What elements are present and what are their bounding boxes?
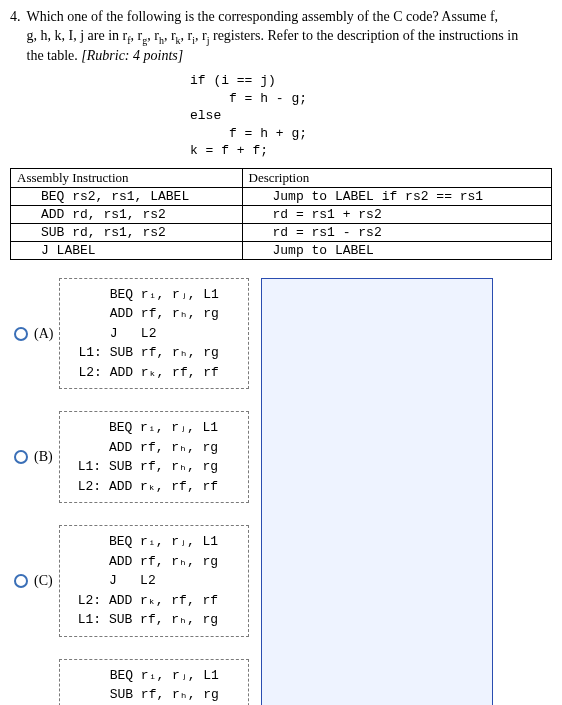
asm-box-c: BEQ rᵢ, rⱼ, L1 ADD rf, rₕ, rg J L2 L2: A… bbox=[59, 525, 249, 637]
choices-area: (A) BEQ rᵢ, rⱼ, L1 ADD rf, rₕ, rg J L2 L… bbox=[14, 278, 552, 705]
question-number: 4. bbox=[10, 8, 21, 66]
table-row: J LABEL Jump to LABEL bbox=[11, 241, 552, 259]
choice-label-c: (C) bbox=[34, 573, 53, 589]
choices-column: (A) BEQ rᵢ, rⱼ, L1 ADD rf, rₕ, rg J L2 L… bbox=[14, 278, 249, 705]
rubric: [Rubric: 4 points] bbox=[81, 48, 183, 63]
asm-box-a: BEQ rᵢ, rⱼ, L1 ADD rf, rₕ, rg J L2 L1: S… bbox=[59, 278, 249, 390]
question-line3: the table. bbox=[27, 48, 82, 63]
radio-icon[interactable] bbox=[14, 450, 28, 464]
radio-icon[interactable] bbox=[14, 327, 28, 341]
table-header-instruction: Assembly Instruction bbox=[11, 168, 243, 187]
table-row: SUB rd, rs1, rs2 rd = rs1 - rs2 bbox=[11, 223, 552, 241]
choice-label-b: (B) bbox=[34, 449, 53, 465]
table-header-description: Description bbox=[242, 168, 552, 187]
asm-box-d: BEQ rᵢ, rⱼ, L1 SUB rf, rₕ, rg J L2 L1: A… bbox=[59, 659, 249, 705]
asm-box-b: BEQ rᵢ, rⱼ, L1 ADD rf, rₕ, rg L1: SUB rf… bbox=[59, 411, 249, 503]
answer-box-region bbox=[261, 278, 493, 705]
c-code-block: if (i == j) f = h - g; else f = h + g; k… bbox=[190, 72, 552, 160]
choice-c[interactable]: (C) BEQ rᵢ, rⱼ, L1 ADD rf, rₕ, rg J L2 L… bbox=[14, 525, 249, 637]
question-line2: g, h, k, I, j are in rf, rg, rh, rk, ri,… bbox=[27, 28, 519, 43]
instruction-table: Assembly Instruction Description BEQ rs2… bbox=[10, 168, 552, 260]
table-row: BEQ rs2, rs1, LABEL Jump to LABEL if rs2… bbox=[11, 187, 552, 205]
question-line1: Which one of the following is the corres… bbox=[27, 9, 499, 24]
radio-icon[interactable] bbox=[14, 574, 28, 588]
choice-a[interactable]: (A) BEQ rᵢ, rⱼ, L1 ADD rf, rₕ, rg J L2 L… bbox=[14, 278, 249, 390]
choice-label-a: (A) bbox=[34, 326, 53, 342]
choice-b[interactable]: (B) BEQ rᵢ, rⱼ, L1 ADD rf, rₕ, rg L1: SU… bbox=[14, 411, 249, 503]
question-text: Which one of the following is the corres… bbox=[27, 8, 553, 66]
question: 4. Which one of the following is the cor… bbox=[10, 8, 552, 66]
table-row: ADD rd, rs1, rs2 rd = rs1 + rs2 bbox=[11, 205, 552, 223]
choice-d[interactable]: (D) BEQ rᵢ, rⱼ, L1 SUB rf, rₕ, rg J L2 L… bbox=[14, 659, 249, 705]
